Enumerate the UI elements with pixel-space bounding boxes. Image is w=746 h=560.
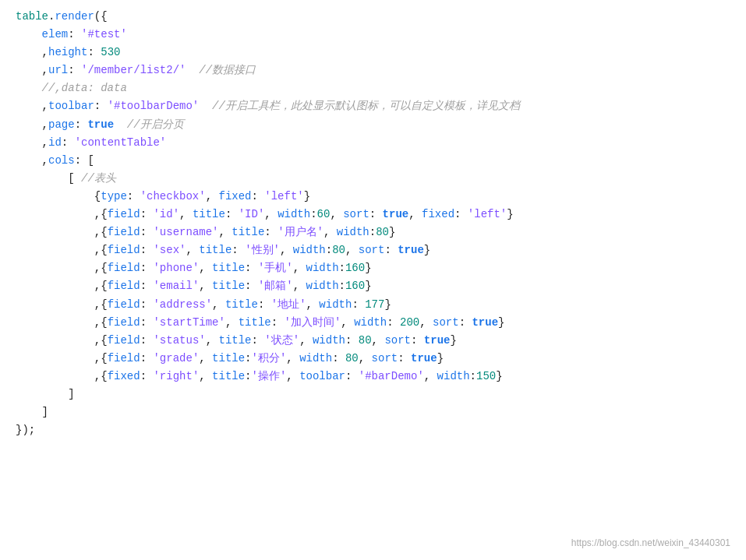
code-token: : — [62, 134, 75, 152]
code-token: , — [225, 314, 239, 332]
code-token — [186, 62, 199, 79]
code-line-17: ,{field: 'address', title: '地址', width: … — [0, 296, 746, 314]
code-token: '#barDemo' — [359, 368, 424, 386]
code-token: width — [278, 206, 310, 224]
code-container: table.render({ elem: '#test' ,height: 53… — [0, 0, 746, 560]
code-token: 'status' — [153, 332, 205, 350]
code-line-19: ,{field: 'status', title: '状态', width: 8… — [0, 332, 746, 350]
code-token — [114, 116, 127, 134]
code-token: //开启分页 — [127, 116, 184, 134]
code-token: field — [108, 277, 140, 295]
code-token: : — [140, 296, 154, 314]
code-line-23: ] — [0, 403, 746, 421]
code-token: ] — [68, 386, 74, 403]
code-token: title — [225, 296, 258, 314]
code-token: : — [245, 277, 258, 295]
code-token: : — [140, 259, 154, 277]
code-token: , — [199, 350, 212, 368]
code-token: , — [212, 296, 225, 314]
code-token: : — [140, 350, 154, 368]
code-token: : — [245, 350, 251, 368]
code-token: , — [218, 224, 232, 241]
code-token: : — [387, 314, 400, 332]
code-token: 'sex' — [153, 241, 186, 259]
code-token: 'right' — [153, 368, 199, 386]
code-token: '积分' — [252, 350, 287, 368]
code-line-10: [ //表头 — [0, 170, 746, 188]
code-token: , — [330, 206, 343, 224]
code-token: : [ — [75, 152, 94, 170]
code-indent — [16, 224, 94, 241]
code-token: sort — [343, 206, 369, 224]
code-line-8: ,id: 'contentTable' — [0, 134, 746, 152]
code-token: , — [42, 134, 48, 152]
code-token: : — [75, 116, 88, 134]
code-token: , — [293, 259, 306, 277]
code-indent — [16, 26, 42, 44]
code-line-24: }); — [0, 421, 746, 439]
code-line-7: ,page: true //开启分页 — [0, 116, 746, 134]
code-token: } — [389, 224, 395, 241]
code-indent — [16, 403, 42, 421]
code-token: . — [48, 8, 55, 26]
code-token: : — [140, 368, 154, 386]
code-token: 60 — [317, 206, 331, 224]
code-token: true — [383, 206, 409, 224]
code-token: : — [127, 188, 140, 206]
code-token: field — [108, 296, 140, 314]
code-token: width — [299, 350, 332, 368]
code-token: elem — [42, 26, 69, 44]
code-token: '用户名' — [278, 224, 324, 241]
code-token: field — [108, 241, 140, 259]
code-token: 80 — [376, 224, 389, 241]
code-token: : — [264, 224, 278, 241]
code-token: : — [252, 332, 265, 350]
code-token: : — [271, 314, 285, 332]
code-token: 'phone' — [153, 259, 199, 277]
code-line-12: ,{field: 'id', title: 'ID', width:60, so… — [0, 206, 746, 224]
code-token: 160 — [345, 277, 365, 295]
code-token: : — [68, 62, 81, 79]
code-token: sort — [433, 314, 459, 332]
code-token: 'left' — [264, 188, 303, 206]
code-token: ,{ — [94, 241, 108, 259]
code-token: title — [212, 368, 245, 386]
code-line-1: table.render({ — [0, 8, 746, 26]
code-token: , — [424, 368, 437, 386]
code-indent — [16, 350, 94, 368]
code-token: , — [408, 206, 422, 224]
code-token: width — [293, 241, 326, 259]
code-token: : — [258, 296, 271, 314]
code-token: ] — [42, 403, 48, 421]
code-token: '#test' — [81, 26, 127, 44]
code-token: : — [140, 314, 154, 332]
code-token: ,{ — [94, 332, 108, 350]
code-token: '#toolbarDemo' — [108, 97, 200, 115]
code-token: 'checkbox' — [140, 188, 206, 206]
code-token: : — [225, 206, 239, 224]
code-token: title — [212, 350, 245, 368]
code-token: , — [306, 296, 320, 314]
code-token: 'username' — [153, 224, 218, 241]
code-line-3: ,height: 530 — [0, 44, 746, 62]
code-token: width — [313, 332, 345, 350]
code-line-5: //,data: data — [0, 79, 746, 97]
code-token: , — [299, 332, 313, 350]
code-indent — [16, 97, 42, 115]
code-token: ,{ — [94, 350, 108, 368]
code-token: , — [359, 350, 372, 368]
code-indent — [16, 241, 94, 259]
code-token: : — [369, 206, 383, 224]
code-token: : — [310, 206, 316, 224]
code-token: ({ — [94, 8, 108, 26]
code-line-20: ,{field: 'grade', title:'积分', width: 80,… — [0, 350, 746, 368]
code-token: field — [108, 224, 140, 241]
code-token: render — [55, 8, 94, 26]
code-indent — [16, 188, 94, 206]
code-token: , — [179, 206, 193, 224]
code-token: : — [345, 368, 359, 386]
code-line-13: ,{field: 'username', title: '用户名', width… — [0, 224, 746, 241]
code-token: true — [424, 332, 451, 350]
code-line-9: ,cols: [ — [0, 152, 746, 170]
code-line-2: elem: '#test' — [0, 26, 746, 44]
